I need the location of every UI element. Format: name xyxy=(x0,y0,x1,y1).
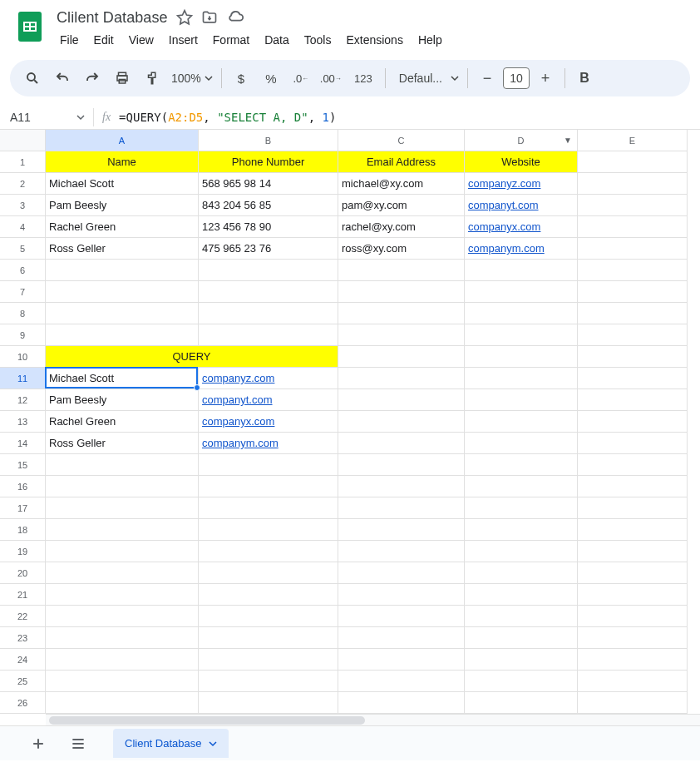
row-header-5[interactable]: 5 xyxy=(0,238,46,260)
row-header-15[interactable]: 15 xyxy=(0,454,46,476)
cell[interactable] xyxy=(578,216,688,238)
cell[interactable] xyxy=(465,324,578,346)
row-header-25[interactable]: 25 xyxy=(0,671,46,692)
row-header-4[interactable]: 4 xyxy=(0,216,46,238)
cell[interactable] xyxy=(338,260,465,281)
query-website[interactable]: companyt.com xyxy=(199,389,338,411)
cell[interactable] xyxy=(338,519,465,541)
menu-data[interactable]: Data xyxy=(258,30,296,50)
cell[interactable] xyxy=(199,606,338,627)
cell[interactable] xyxy=(465,476,578,497)
cell[interactable] xyxy=(578,541,688,562)
undo-icon[interactable] xyxy=(48,65,76,92)
cell[interactable] xyxy=(199,519,338,541)
cell[interactable] xyxy=(199,260,338,281)
cell[interactable] xyxy=(199,541,338,562)
header-phone[interactable]: Phone Number xyxy=(199,151,338,173)
cell-website[interactable]: companyt.com xyxy=(465,195,578,216)
chevron-down-icon[interactable]: ▼ xyxy=(564,136,572,145)
cell[interactable] xyxy=(465,541,578,562)
cell[interactable] xyxy=(199,303,338,324)
cell-phone[interactable]: 843 204 56 85 xyxy=(199,195,338,216)
query-name[interactable]: Michael Scott xyxy=(46,368,199,389)
query-name[interactable]: Rachel Green xyxy=(46,411,199,433)
cell-website[interactable]: companyx.com xyxy=(465,216,578,238)
cell[interactable] xyxy=(578,195,688,216)
cell[interactable] xyxy=(578,303,688,324)
cell[interactable] xyxy=(578,260,688,281)
cell[interactable] xyxy=(578,454,688,476)
cell-name[interactable]: Michael Scott xyxy=(46,173,199,195)
cell[interactable] xyxy=(338,346,465,368)
row-header-22[interactable]: 22 xyxy=(0,606,46,627)
cell[interactable] xyxy=(578,238,688,260)
fontsize-input[interactable] xyxy=(503,67,530,89)
cell[interactable] xyxy=(338,368,465,389)
query-name[interactable]: Pam Beesly xyxy=(46,389,199,411)
cell[interactable] xyxy=(199,584,338,606)
query-website[interactable]: companyz.com xyxy=(199,368,338,389)
cell[interactable] xyxy=(46,562,199,584)
query-name[interactable]: Ross Geller xyxy=(46,433,199,454)
cell[interactable] xyxy=(338,562,465,584)
sheet-tab-active[interactable]: Client Database xyxy=(113,729,229,758)
cell[interactable] xyxy=(465,497,578,519)
currency-format-button[interactable]: $ xyxy=(227,65,255,92)
cell[interactable] xyxy=(46,692,199,714)
header-name[interactable]: Name xyxy=(46,151,199,173)
cell[interactable] xyxy=(46,584,199,606)
document-title[interactable]: Clilent Database xyxy=(57,9,168,27)
cell-email[interactable]: rachel@xy.com xyxy=(338,216,465,238)
percent-format-button[interactable]: % xyxy=(257,65,285,92)
cell[interactable] xyxy=(199,692,338,714)
cell[interactable] xyxy=(46,260,199,281)
cell[interactable] xyxy=(578,692,688,714)
cell[interactable] xyxy=(338,584,465,606)
cloud-status-icon[interactable] xyxy=(226,8,244,27)
column-header-e[interactable]: E xyxy=(578,130,688,151)
column-header-d[interactable]: D▼ xyxy=(465,130,578,151)
cell[interactable] xyxy=(338,649,465,671)
cell-email[interactable]: ross@xy.com xyxy=(338,238,465,260)
search-icon[interactable] xyxy=(18,65,47,92)
cell[interactable] xyxy=(338,476,465,497)
header-email[interactable]: Email Address xyxy=(338,151,465,173)
cell[interactable] xyxy=(465,454,578,476)
cell-phone[interactable]: 475 965 23 76 xyxy=(199,238,338,260)
cell[interactable] xyxy=(465,433,578,454)
cell[interactable] xyxy=(199,671,338,692)
cell[interactable] xyxy=(578,649,688,671)
cell[interactable] xyxy=(199,454,338,476)
increase-fontsize-button[interactable]: + xyxy=(531,65,560,92)
cell[interactable] xyxy=(46,671,199,692)
menu-insert[interactable]: Insert xyxy=(162,30,205,50)
cell[interactable] xyxy=(338,606,465,627)
cell[interactable] xyxy=(338,411,465,433)
print-icon[interactable] xyxy=(108,65,136,92)
row-header-6[interactable]: 6 xyxy=(0,260,46,281)
header-website[interactable]: Website xyxy=(465,151,578,173)
cell-email[interactable]: pam@xy.com xyxy=(338,195,465,216)
cell[interactable] xyxy=(338,692,465,714)
query-website[interactable]: companym.com xyxy=(199,433,338,454)
row-header-2[interactable]: 2 xyxy=(0,173,46,195)
cell[interactable] xyxy=(338,541,465,562)
row-header-18[interactable]: 18 xyxy=(0,519,46,541)
menu-view[interactable]: View xyxy=(122,30,160,50)
row-header-26[interactable]: 26 xyxy=(0,692,46,714)
row-header-11[interactable]: 11 xyxy=(0,368,46,389)
cell[interactable] xyxy=(46,541,199,562)
cell[interactable] xyxy=(199,562,338,584)
query-header[interactable]: QUERY xyxy=(46,346,338,368)
cell[interactable] xyxy=(578,324,688,346)
menu-edit[interactable]: Edit xyxy=(87,30,121,50)
row-header-16[interactable]: 16 xyxy=(0,476,46,497)
cell[interactable] xyxy=(465,303,578,324)
cell[interactable] xyxy=(465,692,578,714)
cell[interactable] xyxy=(338,281,465,303)
row-header-21[interactable]: 21 xyxy=(0,584,46,606)
row-header-23[interactable]: 23 xyxy=(0,627,46,649)
cell[interactable] xyxy=(199,649,338,671)
select-all-corner[interactable] xyxy=(0,130,46,151)
all-sheets-button[interactable] xyxy=(65,730,91,757)
